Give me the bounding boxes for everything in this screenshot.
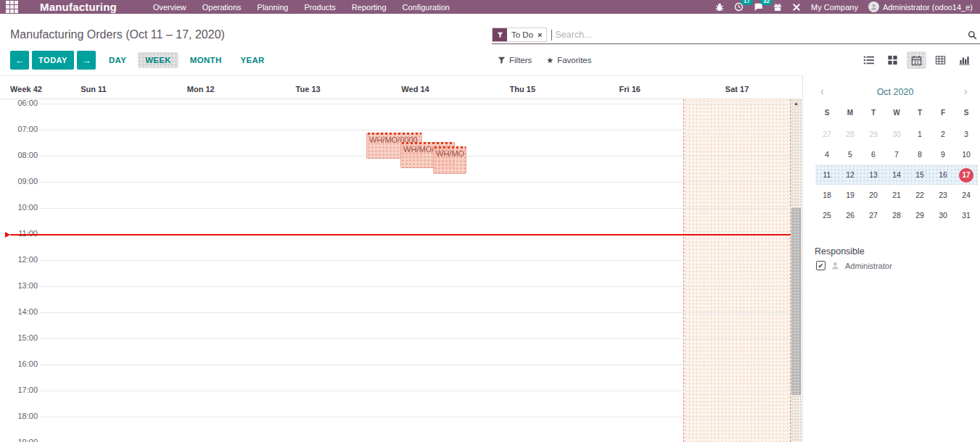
- calendar-event[interactable]: WH/MO: [433, 146, 466, 174]
- nav-menu-reporting[interactable]: Reporting: [352, 3, 387, 12]
- pivot-view-icon[interactable]: [931, 51, 950, 69]
- vertical-scrollbar[interactable]: ▲: [791, 99, 802, 442]
- mini-calendar-prev-icon[interactable]: ‹: [820, 86, 824, 97]
- responsible-checkbox[interactable]: ✔: [816, 261, 825, 270]
- mini-calendar-day[interactable]: 10: [955, 144, 978, 164]
- mini-calendar-day[interactable]: 29: [862, 124, 885, 144]
- mini-calendar-day[interactable]: 25: [815, 205, 839, 225]
- next-period-button[interactable]: →: [77, 51, 96, 70]
- mini-calendar-day[interactable]: 22: [908, 185, 931, 205]
- hour-gridline-10:00: [40, 208, 791, 209]
- message-count-badge: 32: [760, 0, 773, 5]
- mini-calendar-week-row: 27282930123: [815, 124, 978, 144]
- favorites-dropdown[interactable]: ★ Favorites: [546, 56, 591, 65]
- calendar-view-icon[interactable]: [907, 51, 926, 69]
- mini-calendar-day[interactable]: 15: [908, 164, 931, 185]
- company-switcher[interactable]: My Company: [811, 3, 858, 12]
- hour-label-14:00: 14:00: [0, 307, 38, 316]
- mini-calendar-next-icon[interactable]: ›: [964, 86, 968, 97]
- tools-icon[interactable]: [792, 3, 801, 12]
- filters-dropdown[interactable]: Filters: [498, 56, 532, 64]
- mini-calendar-day[interactable]: 27: [815, 124, 839, 144]
- mini-calendar-day[interactable]: 31: [955, 205, 978, 225]
- mini-calendar-day[interactable]: 16: [931, 164, 955, 185]
- apps-menu-icon[interactable]: [6, 1, 18, 13]
- favorites-label: Favorites: [557, 56, 591, 64]
- bug-icon[interactable]: [715, 3, 724, 12]
- filter-funnel-icon: [493, 28, 507, 41]
- day-header-fri-16: Fri 16: [576, 85, 683, 93]
- scrollbar-thumb[interactable]: [791, 208, 801, 395]
- mini-calendar-dow: F: [931, 107, 955, 119]
- scale-week-button[interactable]: WEEK: [138, 52, 178, 68]
- hour-gridline-18:00: [40, 417, 791, 417]
- mini-calendar-day[interactable]: 12: [839, 164, 862, 185]
- mini-calendar-day[interactable]: 28: [885, 205, 908, 225]
- mini-calendar-day[interactable]: 17: [955, 164, 978, 185]
- hour-gridline-12:00: [40, 260, 791, 261]
- prev-period-button[interactable]: ←: [10, 51, 29, 70]
- mini-calendar-day[interactable]: 4: [815, 144, 839, 164]
- facet-remove-icon[interactable]: ×: [538, 28, 546, 41]
- mini-calendar-day[interactable]: 28: [839, 124, 862, 144]
- mini-calendar-day[interactable]: 14: [885, 164, 908, 185]
- mini-calendar-day[interactable]: 9: [931, 144, 955, 164]
- hour-gridline-16:00: [40, 364, 791, 365]
- nav-menu-overview[interactable]: Overview: [153, 3, 186, 12]
- search-icon[interactable]: [968, 30, 977, 40]
- search-bar[interactable]: To Do × Search...: [492, 26, 980, 44]
- mini-calendar-day[interactable]: 8: [908, 144, 931, 164]
- mini-calendar-day[interactable]: 2: [931, 124, 955, 144]
- mini-calendar-day[interactable]: 3: [955, 124, 978, 144]
- hour-gridline-09:00: [40, 182, 791, 183]
- hour-label-17:00: 17:00: [0, 385, 38, 394]
- hour-label-07:00: 07:00: [0, 125, 38, 133]
- calendar-grid[interactable]: 06:0007:0008:0009:0010:0011:0012:0013:00…: [0, 99, 802, 442]
- kanban-view-icon[interactable]: [883, 51, 902, 69]
- mini-calendar-day[interactable]: 18: [815, 185, 839, 205]
- mini-calendar-week-row: 45678910: [815, 144, 978, 164]
- mini-calendar-dow-row: SMTWTFS: [815, 107, 978, 119]
- nav-menu-configuration[interactable]: Configuration: [403, 3, 450, 12]
- mini-calendar-day[interactable]: 29: [908, 205, 931, 225]
- mini-calendar-day[interactable]: 23: [931, 185, 955, 205]
- scrollbar-up-arrow[interactable]: ▲: [791, 101, 802, 106]
- responsible-administrator-row: ✔ Administrator: [816, 261, 892, 270]
- hour-gridline-15:00: [40, 338, 791, 339]
- nav-menu-planning[interactable]: Planning: [258, 3, 289, 12]
- nav-right-cluster: 17 32 My Company: [715, 1, 973, 12]
- mini-calendar-title[interactable]: Oct 2020: [844, 87, 946, 97]
- star-icon: ★: [546, 56, 553, 65]
- mini-calendar-day[interactable]: 26: [839, 205, 862, 225]
- search-input[interactable]: Search...: [555, 30, 968, 40]
- nav-menu-operations[interactable]: Operations: [202, 3, 242, 12]
- mini-calendar-day[interactable]: 20: [862, 185, 885, 205]
- mini-calendar-day[interactable]: 6: [862, 144, 885, 164]
- graph-view-icon[interactable]: [955, 51, 974, 69]
- app-brand[interactable]: Manufacturing: [40, 1, 117, 13]
- today-button[interactable]: TODAY: [32, 51, 74, 70]
- mini-calendar-day[interactable]: 30: [885, 124, 908, 144]
- mini-calendar-day[interactable]: 24: [955, 185, 978, 205]
- mini-calendar-day[interactable]: 5: [839, 144, 862, 164]
- messages-icon[interactable]: 32: [754, 2, 763, 12]
- nav-menu-products[interactable]: Products: [304, 3, 335, 12]
- day-header-wed-14: Wed 14: [362, 85, 469, 93]
- mini-calendar-day[interactable]: 13: [862, 164, 885, 185]
- mini-calendar-day[interactable]: 27: [862, 205, 885, 225]
- hour-gridline-17:00: [40, 391, 791, 391]
- activity-clock-icon[interactable]: 17: [734, 2, 744, 12]
- mini-calendar-day[interactable]: 19: [839, 185, 862, 205]
- scale-year-button[interactable]: YEAR: [234, 52, 272, 68]
- scale-day-button[interactable]: DAY: [102, 52, 133, 68]
- odoo-manufacturing-calendar-page: Manufacturing OverviewOperationsPlanning…: [0, 0, 980, 442]
- scale-month-button[interactable]: MONTH: [183, 52, 229, 68]
- list-view-icon[interactable]: [859, 51, 878, 69]
- mini-calendar-day[interactable]: 30: [931, 205, 955, 225]
- mini-calendar-day[interactable]: 21: [885, 185, 908, 205]
- mini-calendar-day[interactable]: 7: [885, 144, 908, 164]
- mini-calendar-day[interactable]: 1: [908, 124, 931, 144]
- user-menu[interactable]: Administrator (odoo14_e): [868, 1, 973, 12]
- gift-icon[interactable]: [773, 3, 782, 12]
- mini-calendar-day[interactable]: 11: [815, 164, 839, 185]
